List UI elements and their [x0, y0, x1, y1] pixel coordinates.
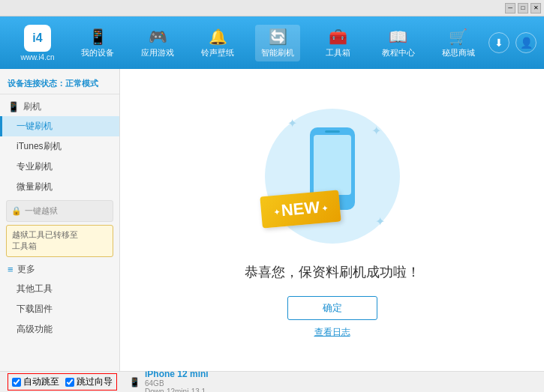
- sidebar-item-micro-flash[interactable]: 微量刷机: [0, 177, 119, 197]
- main-area: 设备连接状态：正常模式 📱 刷机 一键刷机 iTunes刷机 专业刷机 微量刷机…: [0, 69, 544, 371]
- nav-my-device[interactable]: 📱 我的设备: [75, 25, 120, 61]
- header: i4 www.i4.cn 📱 我的设备 🎮 应用游戏 🔔 铃声壁纸 🔄 智能刷机…: [0, 16, 544, 69]
- auto-jump-checkbox-group: 自动跳至: [12, 376, 59, 388]
- nav-bar: 📱 我的设备 🎮 应用游戏 🔔 铃声壁纸 🔄 智能刷机 🧰 工具箱 📖 教程中心…: [68, 25, 488, 61]
- tutorials-icon: 📖: [389, 28, 407, 46]
- apps-games-icon: 🎮: [149, 28, 167, 46]
- sidebar-item-one-click-flash[interactable]: 一键刷机: [0, 116, 119, 136]
- more-section-label: 更多: [17, 263, 35, 276]
- download-button[interactable]: ⬇: [488, 32, 509, 53]
- nav-ringtones-label: 铃声壁纸: [201, 47, 234, 58]
- my-device-icon: 📱: [89, 28, 107, 46]
- nav-toolbox[interactable]: 🧰 工具箱: [316, 25, 361, 61]
- sidebar-section-more[interactable]: ≡ 更多: [0, 260, 119, 279]
- content-area: ✦ ✦ ✦ NEW 恭喜您，保资料刷机成功啦！ 确定 查看日志: [120, 69, 544, 371]
- flash-section-icon: 📱: [8, 101, 20, 112]
- auto-jump-checkbox[interactable]: [12, 378, 21, 387]
- logo-icon: i4: [24, 25, 51, 52]
- sidebar-section-flash[interactable]: 📱 刷机: [0, 97, 119, 116]
- svg-rect-3: [325, 130, 340, 133]
- nav-smart-flash[interactable]: 🔄 智能刷机: [255, 25, 300, 61]
- more-section-icon: ≡: [8, 264, 14, 275]
- device-model: Down-12mini-13,1: [145, 388, 209, 393]
- smart-flash-icon: 🔄: [269, 28, 287, 46]
- sidebar: 设备连接状态：正常模式 📱 刷机 一键刷机 iTunes刷机 专业刷机 微量刷机…: [0, 69, 120, 371]
- success-message: 恭喜您，保资料刷机成功啦！: [245, 263, 420, 281]
- nav-apps-label: 应用游戏: [141, 47, 174, 58]
- skip-wizard-label: 跳过向导: [77, 376, 113, 388]
- nav-my-device-label: 我的设备: [81, 47, 114, 58]
- sidebar-item-advanced[interactable]: 高级功能: [0, 319, 119, 340]
- status-label: 设备连接状态：: [8, 79, 65, 88]
- device-bar: 自动跳至 跳过向导 📱 iPhone 12 mini 64GB Down-12m…: [0, 372, 544, 392]
- success-illustration: ✦ ✦ ✦ NEW: [257, 101, 407, 251]
- user-button[interactable]: 👤: [515, 32, 536, 53]
- view-log-link[interactable]: 查看日志: [314, 326, 350, 339]
- skip-wizard-checkbox-group: 跳过向导: [65, 376, 113, 388]
- confirm-button[interactable]: 确定: [287, 296, 377, 320]
- skip-wizard-checkbox[interactable]: [65, 378, 74, 387]
- sidebar-locked-section: 🔒 一键越狱: [6, 200, 113, 222]
- nav-tutorials-label: 教程中心: [382, 47, 415, 58]
- sidebar-item-download-firmware[interactable]: 下载固件: [0, 299, 119, 319]
- auto-jump-label: 自动跳至: [23, 376, 59, 388]
- maximize-button[interactable]: □: [518, 3, 528, 13]
- lock-icon: 🔒: [11, 206, 22, 216]
- nav-smart-flash-label: 智能刷机: [261, 47, 294, 58]
- status-value: 正常模式: [65, 79, 98, 88]
- bottom-section: 自动跳至 跳过向导 📱 iPhone 12 mini 64GB Down-12m…: [0, 371, 544, 392]
- toolbox-icon: 🧰: [329, 28, 347, 46]
- nav-misi-store[interactable]: 🛒 秘思商城: [436, 25, 481, 61]
- star-decoration-3: ✦: [375, 214, 385, 229]
- logo[interactable]: i4 www.i4.cn: [8, 25, 68, 61]
- minimize-button[interactable]: ─: [505, 3, 515, 13]
- misi-store-icon: 🛒: [449, 28, 467, 46]
- nav-apps-games[interactable]: 🎮 应用游戏: [135, 25, 180, 61]
- device-info: 📱 iPhone 12 mini 64GB Down-12mini-13,1: [129, 369, 209, 393]
- nav-misi-label: 秘思商城: [442, 47, 475, 58]
- ringtones-icon: 🔔: [209, 28, 227, 46]
- sidebar-item-other-tools[interactable]: 其他工具: [0, 279, 119, 299]
- close-button[interactable]: ✕: [530, 3, 541, 13]
- star-decoration-1: ✦: [287, 116, 297, 130]
- title-bar: ─ □ ✕: [0, 0, 544, 16]
- sidebar-item-itunes-flash[interactable]: iTunes刷机: [0, 136, 119, 157]
- star-decoration-2: ✦: [371, 124, 381, 138]
- nav-toolbox-label: 工具箱: [326, 47, 350, 58]
- header-right: ⬇ 👤: [488, 32, 536, 53]
- device-storage: 64GB: [145, 379, 209, 388]
- nav-ringtones[interactable]: 🔔 铃声壁纸: [195, 25, 240, 61]
- connection-status: 设备连接状态：正常模式: [0, 75, 119, 94]
- nav-tutorials[interactable]: 📖 教程中心: [376, 25, 421, 61]
- sidebar-item-pro-flash[interactable]: 专业刷机: [0, 157, 119, 177]
- sidebar-alert: 越狱工具已转移至工具箱: [6, 225, 113, 257]
- window-controls: ─ □ ✕: [505, 3, 541, 13]
- flash-section-label: 刷机: [23, 100, 41, 113]
- device-phone-icon: 📱: [129, 377, 140, 388]
- logo-url: www.i4.cn: [20, 53, 54, 61]
- svg-rect-1: [314, 135, 351, 195]
- checkbox-container: 自动跳至 跳过向导: [8, 373, 117, 391]
- circle-background: ✦ ✦ ✦ NEW: [265, 109, 400, 244]
- locked-jailbreak-item: 🔒 一键越狱: [11, 204, 108, 218]
